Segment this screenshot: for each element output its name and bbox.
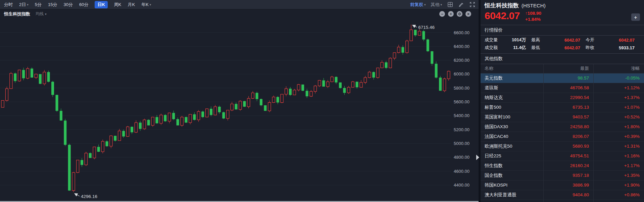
index-row-德国DAX30[interactable]: 德国DAX3024258.80+1.80% [481,122,644,132]
index-change-percent: -0.05% [593,73,644,83]
panel-collapse-handle[interactable] [476,155,479,160]
period-button-15分[interactable]: 15分 [48,2,57,8]
quote-field-最低: 最低6042.07 [531,44,586,51]
index-last-value: 98.57 [543,73,593,83]
chart-control-icons: − + × [439,11,475,17]
quote-field-label: 最低 [531,45,540,51]
quote-field-label: 成交额 [485,45,498,51]
add-to-watchlist-button[interactable]: + [631,13,640,21]
index-row-澳大利亚普通股[interactable]: 澳大利亚普通股9404.80+0.86% [481,190,644,200]
period-button-2日[interactable]: 2日▾ [19,2,29,8]
period-button-分时[interactable]: 分时 [4,2,13,8]
chart-instrument-title: 恒生科技指数 [4,11,30,17]
index-last-value: 6735.13 [543,103,593,112]
other-label: 其他 [431,2,439,8]
index-change-percent: +0.39% [593,132,644,141]
index-last-value: 5680.93 [543,142,593,151]
index-change-percent: +1.90% [593,181,644,190]
index-name: 纳斯达克 [481,93,543,102]
svg-text:5200.00: 5200.00 [454,127,469,132]
index-last-value: 9357.18 [543,171,593,180]
period-button-60分[interactable]: 60分 [79,2,88,8]
quote-field-成交额: 成交额11.4亿 [485,44,531,51]
settings-gear-button[interactable] [457,11,462,17]
index-name: 法国CAC40 [481,132,543,141]
candlestick-chart[interactable]: 6600.006400.006200.006000.005800.005600.… [0,18,479,202]
index-row-法国CAC40[interactable]: 法国CAC408206.07+0.39% [481,132,644,142]
index-name: 道琼斯 [481,83,543,93]
index-name: 日经225 [481,151,543,161]
quote-section-title: 行情报价 [481,25,644,35]
quote-field-昨收: 昨收5933.17 [586,44,640,51]
index-row-英国富时100[interactable]: 英国富时1009403.57+0.52% [481,112,644,122]
index-change-percent: +1.16% [593,151,644,161]
quote-field-value: 1014万 [512,37,526,43]
index-row-富时意大利MIB[interactable]: 富时意大利MIB42986.76+1.21% [481,200,644,202]
index-change-percent: +1.35% [593,171,644,180]
toolbar-right-group: 前复权 ▾ 其他 ▾ [410,2,475,8]
index-change-percent: +1.07% [593,103,644,112]
index-last-value: 49754.51 [543,151,593,161]
chevron-down-icon: ▾ [150,3,151,6]
fullscreen-button[interactable] [469,2,475,8]
svg-text:6715.46: 6715.46 [418,25,435,30]
index-row-日经225[interactable]: 日经22549754.51+1.16% [481,151,644,161]
close-chart-button[interactable]: × [465,11,471,17]
change-absolute: ↑108.90 [525,11,541,16]
index-row-韩国KOSPI[interactable]: 韩国KOSPI3886.99+1.90% [481,181,644,190]
period-button-年K[interactable]: 年K▾ [141,2,151,8]
indices-section-title: 其他指数 [481,54,644,64]
period-button-周K[interactable]: 周K [114,2,121,8]
index-last-value: 26160.24 [543,161,593,170]
quote-field-value: 6042.07 [619,38,635,43]
quote-grid: 成交量1014万最高6042.07今开6042.07成交额11.4亿最低6042… [481,36,644,53]
svg-text:4400.00: 4400.00 [454,183,469,188]
quote-field-label: 成交量 [485,37,498,43]
svg-text:5000.00: 5000.00 [454,141,469,146]
period-button-月K[interactable]: 月K [128,2,135,8]
period-button-5分[interactable]: 5分 [35,2,42,8]
svg-text:6000.00: 6000.00 [454,71,469,77]
svg-text:6600.00: 6600.00 [454,30,469,35]
zoom-out-button[interactable]: − [439,11,445,17]
zoom-in-button[interactable]: + [448,11,454,17]
quote-field-value: 6042.07 [564,45,580,50]
ma-dropdown[interactable]: 均线 ▾ [36,11,47,17]
index-change-percent: +1.37% [593,93,644,102]
period-button-日K[interactable]: 日K [95,1,107,8]
index-name: 欧洲斯托克50 [481,142,543,151]
svg-text:5800.00: 5800.00 [454,86,469,91]
layout-grid-button[interactable] [447,2,453,8]
draw-brush-button[interactable] [458,2,464,8]
index-row-纳斯达克[interactable]: 纳斯达克22990.54+1.37% [481,93,644,103]
index-name: 恒生指数 [481,161,543,170]
adjust-dropdown[interactable]: 前复权 ▾ [410,2,426,8]
quote-field-value: 11.4亿 [513,45,526,51]
chart-region: 分时2日▾5分15分30分60分日K周K月K年K▾ 前复权 ▾ 其他 ▾ [0,0,479,202]
index-row-标普500[interactable]: 标普5006735.13+1.07% [481,103,644,112]
svg-text:4296.16: 4296.16 [81,194,97,199]
index-row-国企指数[interactable]: 国企指数9357.18+1.35% [481,171,644,181]
svg-text:6200.00: 6200.00 [454,58,469,63]
svg-text:5400.00: 5400.00 [454,113,469,118]
period-toolbar: 分时2日▾5分15分30分60分日K周K月K年K▾ 前复权 ▾ 其他 ▾ [0,0,479,9]
quote-panel-header: 恒生科技指数 (HSTECH) 6042.07 ↑108.90 +1.84% + [481,0,644,25]
period-buttons: 分时2日▾5分15分30分60分日K周K月K年K▾ [4,1,151,8]
indices-table-body: 美元指数98.57-0.05%道琼斯46706.58+1.12%纳斯达克2299… [481,73,644,202]
period-button-30分[interactable]: 30分 [63,2,72,8]
other-dropdown[interactable]: 其他 ▾ [431,2,442,8]
quote-field-label: 昨收 [586,45,594,51]
quote-field-成交量: 成交量1014万 [485,37,531,44]
index-row-恒生指数[interactable]: 恒生指数26160.24+1.17% [481,161,644,171]
index-row-道琼斯[interactable]: 道琼斯46706.58+1.12% [481,83,644,93]
index-change-percent: +1.12% [593,83,644,93]
instrument-symbol: (HSTECH) [522,3,546,8]
index-last-value: 22990.54 [543,93,593,102]
index-row-美元指数[interactable]: 美元指数98.57-0.05% [481,73,644,83]
index-last-value: 9403.57 [543,112,593,122]
ma-label: 均线 [36,11,44,17]
index-name: 美元指数 [481,73,543,83]
column-header-名称: 名称 [481,65,543,71]
chevron-down-icon: ▾ [440,3,442,6]
index-row-欧洲斯托克50[interactable]: 欧洲斯托克505680.93+1.31% [481,142,644,151]
